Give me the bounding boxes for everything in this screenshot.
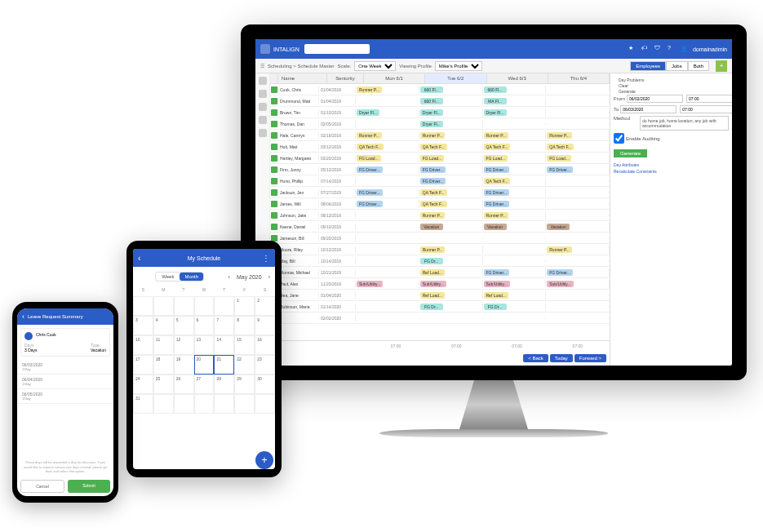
shift-chip[interactable]: FG Load...: [357, 155, 381, 162]
shift-chip[interactable]: FG Driver...: [484, 201, 510, 207]
row-checkbox[interactable]: [271, 212, 277, 219]
shift-chip[interactable]: FG Driver...: [484, 269, 510, 276]
shift-chip[interactable]: Vacation: [547, 224, 570, 230]
scale-select[interactable]: One Week: [354, 61, 396, 71]
shift-chip[interactable]: Runner P...: [547, 132, 572, 139]
shift-chip[interactable]: FG Driver...: [547, 166, 573, 173]
schedule-row[interactable]: Thomas, Dan 02/05/2019Dryer Fl...: [270, 118, 610, 130]
calendar-day[interactable]: 22: [234, 355, 255, 375]
calendar-day[interactable]: 18: [153, 355, 174, 375]
calendar-day[interactable]: 29: [234, 375, 255, 394]
auditing-checkbox[interactable]: [614, 133, 624, 144]
row-checkbox[interactable]: [271, 86, 277, 93]
row-checkbox[interactable]: [271, 224, 277, 230]
shift-chip[interactable]: FG Driver...: [357, 189, 383, 196]
fab-add-button[interactable]: +: [255, 451, 273, 469]
calendar-day[interactable]: 17: [133, 355, 153, 375]
calendar-day[interactable]: 1: [234, 296, 255, 316]
calendar-day[interactable]: 4: [153, 316, 174, 335]
view-both-button[interactable]: Both: [688, 61, 709, 71]
back-icon[interactable]: ‹: [138, 254, 140, 263]
shift-chip[interactable]: FG Load...: [484, 155, 508, 162]
shift-chip[interactable]: QA Tech F...: [484, 144, 511, 150]
schedule-row[interactable]: Keene, Daniel 09/10/2019VacationVacation…: [270, 221, 610, 233]
prev-month-icon[interactable]: ‹: [228, 274, 230, 280]
leave-item[interactable]: 06/04/20201 Day: [17, 375, 113, 389]
calendar-day[interactable]: 31: [133, 394, 153, 414]
shift-chip[interactable]: QA Tech F...: [357, 144, 384, 150]
shift-chip[interactable]: QA Tech F...: [420, 189, 447, 196]
profile-select[interactable]: Mike's Profile: [435, 61, 482, 71]
add-button[interactable]: +: [716, 60, 727, 72]
shift-chip[interactable]: 660 Fl...: [484, 86, 507, 93]
schedule-row[interactable]: Jameson, Bill 09/20/2019: [270, 233, 610, 244]
cancel-button[interactable]: Cancel: [20, 480, 64, 493]
calendar-day[interactable]: 19: [174, 355, 194, 375]
calendar-day[interactable]: [214, 394, 234, 414]
schedule-row[interactable]: Brown, Tim 01/10/2019Dryer Fl...Dryer Fl…: [270, 107, 610, 118]
shift-chip[interactable]: Ref Load...: [420, 292, 445, 299]
calendar-day[interactable]: 26: [174, 375, 194, 394]
shift-chip[interactable]: Vacation: [420, 224, 443, 230]
search-input[interactable]: [304, 44, 370, 54]
calendar-day[interactable]: [214, 296, 234, 316]
calendar-day[interactable]: 5: [174, 316, 194, 335]
rp-link-0[interactable]: Day Attributes: [614, 162, 729, 167]
row-checkbox[interactable]: [271, 144, 277, 150]
rp-link-1[interactable]: Recalculate Constraints: [614, 169, 729, 174]
shift-chip[interactable]: Runner P...: [484, 132, 509, 139]
shift-chip[interactable]: Dryer Fl...: [420, 109, 443, 116]
calendar-day[interactable]: 11: [153, 335, 174, 355]
schedule-row[interactable]: Drummond, Matt 01/04/2019660 Fl...MA Fl.…: [270, 95, 610, 107]
calendar-day[interactable]: [174, 296, 194, 316]
col-day-0[interactable]: Mon 6/1: [364, 73, 425, 83]
shift-chip[interactable]: Runner P...: [420, 212, 446, 219]
user-icon[interactable]: 👤: [681, 46, 688, 52]
calendar-day[interactable]: 25: [153, 375, 174, 394]
row-checkbox[interactable]: [271, 132, 277, 139]
schedule-row[interactable]: Hartley, Margaret 03/20/2019FG Load...FG…: [270, 153, 610, 164]
col-name[interactable]: Name: [278, 73, 327, 83]
menu-icon[interactable]: ⋮: [262, 254, 270, 263]
calendar-day[interactable]: 12: [174, 335, 194, 355]
shift-chip[interactable]: Dryer Fl...: [484, 109, 507, 116]
rp-item-0[interactable]: Day Problems: [614, 78, 729, 82]
generate-button[interactable]: Generate: [614, 149, 647, 157]
user-name[interactable]: domainadmin: [693, 47, 727, 52]
row-checkbox[interactable]: [271, 98, 277, 104]
view-jobs-button[interactable]: Jobs: [666, 61, 688, 71]
shift-chip[interactable]: Runner P...: [357, 86, 382, 93]
today-button[interactable]: Today: [550, 354, 573, 362]
shift-chip[interactable]: Ref Load...: [484, 292, 508, 299]
submit-button[interactable]: Submit: [68, 480, 110, 493]
shift-chip[interactable]: Runner P...: [420, 132, 446, 139]
rail-icon-4[interactable]: [259, 116, 267, 124]
tag-icon[interactable]: 🏷: [641, 45, 650, 53]
leave-item[interactable]: 06/03/20201 Day: [17, 360, 113, 375]
back-icon[interactable]: ‹: [22, 313, 24, 321]
schedule-row[interactable]: Jackson, Jen 07/27/2019FG Driver...QA Te…: [270, 187, 610, 198]
shift-chip[interactable]: FG Driver...: [484, 166, 510, 173]
schedule-row[interactable]: Finn, Jonny 05/13/2019FG Driver...FG Dri…: [270, 164, 610, 175]
calendar-day[interactable]: [255, 394, 275, 414]
calendar-day[interactable]: 20: [194, 355, 215, 375]
rail-icon-5[interactable]: [259, 129, 267, 137]
schedule-row[interactable]: Paul, Alex 11/23/2019Sub/Utility...Sub/U…: [270, 278, 610, 290]
row-checkbox[interactable]: [271, 201, 277, 207]
schedule-row[interactable]: James, Will 08/06/2019FG Driver...QA Tec…: [270, 198, 610, 210]
shield-icon[interactable]: 🛡: [654, 45, 663, 53]
calendar-day[interactable]: [194, 296, 215, 316]
shift-chip[interactable]: Dryer Fl...: [420, 121, 443, 127]
calendar-day[interactable]: 2: [255, 296, 275, 316]
calendar-day[interactable]: 3: [133, 316, 153, 335]
shift-chip[interactable]: Runner P...: [484, 212, 509, 219]
calendar-day[interactable]: 28: [214, 375, 234, 394]
shift-chip[interactable]: FG Driver...: [420, 178, 446, 184]
shift-chip[interactable]: FG Load...: [547, 155, 571, 162]
help-icon[interactable]: ?: [668, 45, 676, 53]
shift-chip[interactable]: Sub/Utility...: [420, 281, 446, 287]
rail-icon-3[interactable]: [259, 103, 267, 111]
row-checkbox[interactable]: [271, 166, 277, 173]
calendar-day[interactable]: [234, 394, 255, 414]
schedule-row[interactable]: Robinson, Maria 01/14/2020FG Dr...FG Dr.…: [270, 301, 610, 313]
